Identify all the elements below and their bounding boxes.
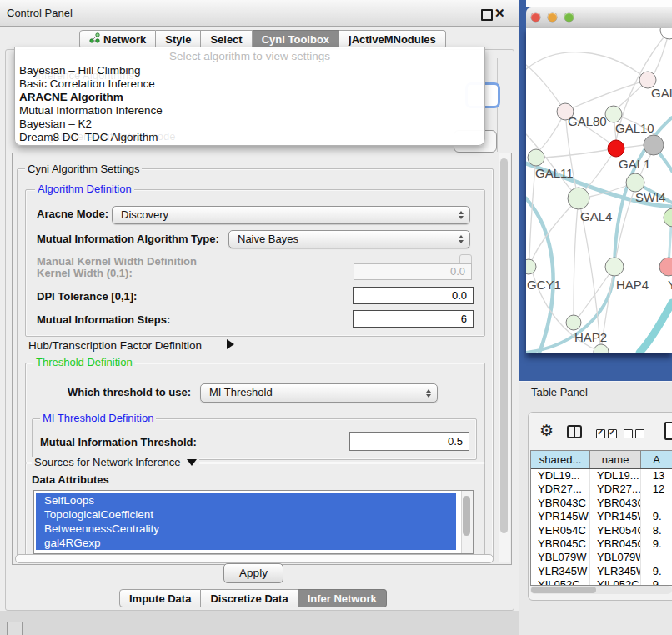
table-column-header[interactable]: A — [641, 451, 672, 468]
network-node[interactable] — [568, 188, 589, 209]
network-node[interactable] — [664, 208, 672, 227]
network-edge[interactable] — [526, 198, 554, 352]
table-row[interactable]: YER054CYER054C8. — [531, 524, 672, 538]
mi-threshold-field[interactable]: 0.5 — [349, 432, 469, 451]
tab-discretize-data[interactable]: Discretize Data — [201, 589, 298, 608]
tab-jactivemnodules[interactable]: jActiveMNodules — [339, 30, 446, 49]
tab-select[interactable]: Select — [201, 30, 252, 49]
network-node[interactable] — [528, 149, 544, 166]
node-attribute-table[interactable]: shared...nameA YDL19...YDL19...13YDR27..… — [530, 450, 672, 586]
network-node[interactable] — [608, 140, 624, 157]
mi-steps-field[interactable]: 6 — [353, 310, 474, 328]
network-node[interactable] — [605, 106, 622, 122]
network-edge[interactable] — [526, 65, 565, 112]
dpi-tolerance-field[interactable]: 0.0 — [353, 287, 474, 304]
mi-type-combo[interactable]: Naive Bayes — [228, 230, 470, 248]
network-node[interactable] — [594, 344, 609, 353]
network-edge[interactable] — [639, 302, 672, 352]
table-row[interactable]: YLR345WYLR345W9. — [531, 565, 672, 578]
network-icon — [89, 31, 100, 48]
window-grip[interactable] — [7, 622, 23, 635]
network-node[interactable] — [644, 135, 664, 155]
network-node[interactable] — [605, 258, 624, 276]
table-row[interactable]: YPR145WYPR145W9. — [531, 510, 672, 523]
collapse-arrow-icon[interactable] — [187, 459, 197, 466]
network-node[interactable] — [659, 258, 672, 276]
algorithm-option[interactable]: ARACNE Algorithm — [15, 91, 484, 104]
table-cell: YPR145W — [590, 510, 641, 523]
algorithm-option[interactable]: Bayesian – Hill Climbing — [15, 64, 484, 78]
columns-icon[interactable] — [567, 425, 582, 438]
panel-title: Control Panel — [7, 7, 73, 19]
select-all-checkboxes-icon[interactable] — [596, 427, 619, 442]
table-body: YDL19...YDL19...13YDR27...YDR27...12YBR0… — [531, 469, 672, 586]
deselect-all-checkboxes-icon[interactable] — [624, 427, 647, 442]
network-edge[interactable] — [544, 148, 616, 158]
algorithm-option[interactable]: Bayesian – K2 — [15, 118, 484, 131]
network-edge[interactable] — [526, 52, 648, 80]
network-node[interactable] — [566, 315, 581, 330]
table-cell: YPR145W — [531, 510, 590, 523]
tab-infer-network[interactable]: Infer Network — [298, 589, 387, 608]
tab-cyni-toolbox[interactable]: Cyni Toolbox — [253, 30, 339, 49]
algorithm-definition-title: Algorithm Definition — [35, 183, 134, 195]
vertical-scrollbar[interactable] — [499, 153, 510, 562]
network-window-titlebar[interactable] — [526, 8, 672, 28]
attribute-item[interactable]: gal4RGexp — [36, 536, 456, 550]
network-graph: GAL7GAL80GAL10GAL1GAL11SWI4GAL4GCY1HAP4Y… — [526, 28, 672, 353]
network-edge[interactable] — [574, 80, 648, 108]
network-edge[interactable] — [574, 198, 579, 316]
expand-arrow-icon[interactable] — [227, 339, 234, 349]
network-node[interactable] — [526, 259, 536, 274]
close-icon[interactable]: ✕ — [494, 6, 505, 21]
table-row[interactable]: YDR27...YDR27...12 — [531, 482, 672, 496]
tab-network[interactable]: Network — [79, 30, 156, 49]
attribute-item[interactable]: TopologicalCoefficient — [36, 508, 456, 522]
tab-impute-data[interactable]: Impute Data — [119, 589, 201, 608]
algorithm-option[interactable]: Basic Correlation Inference — [15, 78, 484, 91]
document-icon[interactable] — [664, 422, 672, 440]
scrollbar-thumb[interactable] — [500, 158, 508, 533]
tab-label: Cyni Toolbox — [262, 31, 329, 48]
network-edge[interactable] — [532, 198, 579, 260]
combo-arrows-icon — [459, 211, 464, 219]
kernel-width-field[interactable]: 0.0 — [354, 263, 472, 280]
aracne-mode-combo[interactable]: Discovery — [112, 206, 470, 224]
algorithm-option[interactable]: Dream8 DC_TDC Algorithm — [15, 131, 484, 144]
tab-style[interactable]: Style — [156, 30, 201, 49]
algorithm-option[interactable]: Mutual Information Inference — [15, 104, 484, 118]
scrollbar-thumb[interactable] — [463, 496, 470, 536]
network-node[interactable] — [626, 173, 644, 192]
bottom-tabbar: Impute Data Discretize Data Infer Networ… — [119, 589, 387, 608]
table-horizontal-scrollbar[interactable] — [530, 586, 672, 594]
attribute-item[interactable]: BetweennessCentrality — [36, 522, 456, 536]
data-attributes-list[interactable]: SelfLoopsTopologicalCoefficientBetweenne… — [33, 490, 474, 554]
network-node[interactable] — [660, 28, 672, 39]
zoom-traffic-light[interactable] — [564, 12, 574, 22]
table-row[interactable]: YBR045CYBR045C9. — [531, 538, 672, 551]
close-traffic-light[interactable] — [531, 12, 540, 22]
scrollbar-thumb[interactable] — [531, 587, 596, 593]
horizontal-scrollbar[interactable] — [13, 553, 495, 562]
attribute-item[interactable]: SelfLoops — [36, 493, 456, 508]
minimize-traffic-light[interactable] — [548, 12, 557, 22]
list-scrollbar[interactable] — [461, 491, 473, 553]
scrollbar-thumb[interactable] — [15, 554, 494, 563]
which-threshold-combo[interactable]: MI Threshold — [200, 383, 438, 402]
table-column-header[interactable]: name — [590, 451, 641, 468]
combo-arrows-icon — [426, 389, 431, 398]
network-edge[interactable] — [624, 145, 644, 148]
tab-label: jActiveMNodules — [349, 31, 436, 48]
network-canvas[interactable]: GAL7GAL80GAL10GAL1GAL11SWI4GAL4GCY1HAP4Y… — [526, 28, 672, 353]
apply-button[interactable]: Apply — [223, 563, 283, 583]
table-row[interactable]: YBL079WYBL079W — [531, 551, 672, 564]
table-column-header[interactable]: shared... — [531, 451, 590, 468]
table-row[interactable]: YIL052CYIL052C9 — [531, 578, 672, 586]
float-window-icon[interactable] — [481, 9, 493, 21]
table-row[interactable]: YDL19...YDL19...13 — [531, 469, 672, 482]
gear-icon[interactable]: ⚙ — [539, 421, 554, 440]
node-label: GAL10 — [615, 121, 654, 135]
algorithm-dropdown-list[interactable]: Select algorithm to view settings Bayesi… — [14, 48, 485, 146]
node-label: HAP4 — [616, 278, 649, 292]
table-row[interactable]: YBR043CYBR043C — [531, 497, 672, 510]
